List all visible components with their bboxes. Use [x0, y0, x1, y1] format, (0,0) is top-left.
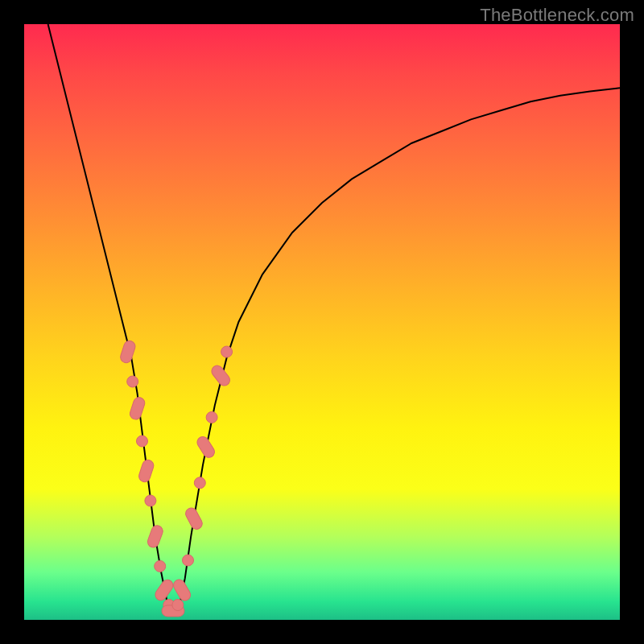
- chart-overlay: [24, 24, 620, 620]
- data-segment: [195, 435, 217, 460]
- data-point: [127, 376, 138, 387]
- data-markers: [119, 340, 233, 617]
- data-point: [145, 495, 156, 506]
- watermark-label: TheBottleneck.com: [480, 5, 634, 26]
- data-point: [221, 346, 233, 357]
- data-point: [194, 477, 205, 489]
- data-segment: [171, 577, 192, 602]
- bottleneck-curve: [48, 24, 620, 614]
- data-segment: [138, 459, 155, 484]
- data-segment: [209, 363, 232, 388]
- data-point: [206, 411, 217, 423]
- data-segment: [184, 506, 204, 531]
- data-segment: [153, 578, 175, 603]
- data-point: [172, 600, 184, 611]
- data-point: [137, 436, 148, 447]
- data-point: [155, 560, 166, 572]
- data-segment: [146, 524, 164, 549]
- data-segment: [129, 396, 147, 421]
- plot-area: [24, 24, 620, 620]
- data-point: [183, 555, 194, 566]
- data-segment: [119, 340, 137, 365]
- chart-container: TheBottleneck.com: [0, 0, 644, 644]
